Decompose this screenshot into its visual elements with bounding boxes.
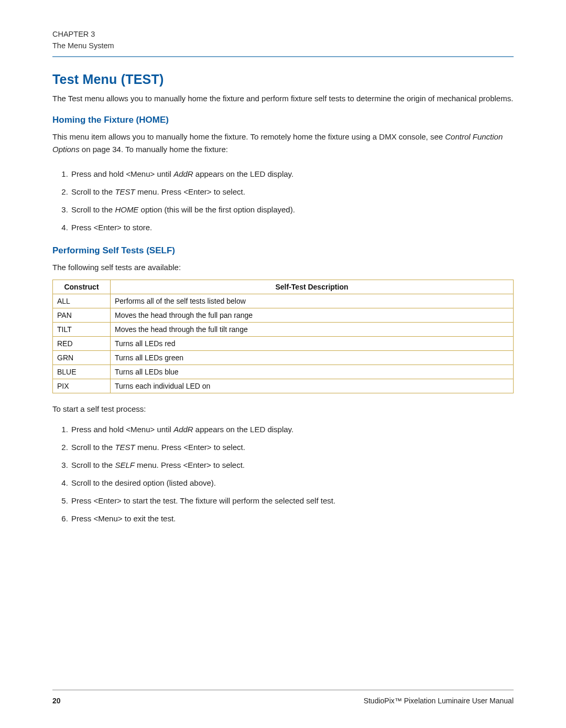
footer-rule: [52, 690, 514, 690]
header-rule: [52, 56, 514, 57]
self-step: Scroll to the TEST menu. Press <Enter> t…: [70, 439, 514, 457]
self-lead2: To start a self test process:: [52, 403, 514, 416]
homing-step: Press and hold <Menu> until AddR appears…: [70, 166, 514, 184]
table-row: GRNTurns all LEDs green: [53, 350, 514, 365]
homing-para-pre: This menu item allows you to manually ho…: [52, 132, 445, 141]
table-row: BLUETurns all LEDs blue: [53, 365, 514, 379]
table-header-row: Construct Self-Test Description: [53, 280, 514, 294]
self-step: Scroll to the SELF menu. Press <Enter> t…: [70, 457, 514, 475]
self-step: Press and hold <Menu> until AddR appears…: [70, 421, 514, 439]
self-lead: The following self tests are available:: [52, 261, 514, 274]
homing-step: Scroll to the TEST menu. Press <Enter> t…: [70, 184, 514, 201]
self-step: Press <Enter> to start the test. The fix…: [70, 493, 514, 510]
homing-paragraph: This menu item allows you to manually ho…: [52, 131, 514, 157]
intro-paragraph: The Test menu allows you to manually hom…: [52, 92, 514, 105]
page-footer: 20 StudioPix™ Pixelation Luminaire User …: [52, 697, 514, 705]
table-row: PANMoves the head through the full pan r…: [53, 308, 514, 322]
table-header-construct: Construct: [53, 280, 111, 294]
self-steps: Press and hold <Menu> until AddR appears…: [70, 421, 514, 528]
table-row: ALLPerforms all of the self tests listed…: [53, 294, 514, 308]
heading-homing: Homing the Fixture (HOME): [52, 115, 514, 125]
self-test-table: Construct Self-Test Description ALLPerfo…: [52, 280, 514, 393]
homing-para-post: on page 34. To manually home the fixture…: [80, 145, 228, 154]
chapter-label: CHAPTER 3: [52, 28, 514, 40]
self-step: Scroll to the desired option (listed abo…: [70, 475, 514, 493]
table-row: TILTMoves the head through the full tilt…: [53, 322, 514, 336]
homing-step: Scroll to the HOME option (this will be …: [70, 201, 514, 219]
table-header-description: Self-Test Description: [111, 280, 514, 294]
page-header: CHAPTER 3 The Menu System: [52, 28, 514, 52]
section-label: The Menu System: [52, 40, 514, 51]
document-name: StudioPix™ Pixelation Luminaire User Man…: [364, 697, 514, 705]
heading-test-menu: Test Menu (TEST): [52, 72, 514, 87]
homing-step: Press <Enter> to store.: [70, 219, 514, 237]
table-row: REDTurns all LEDs red: [53, 336, 514, 350]
table-row: PIXTurns each individual LED on: [53, 379, 514, 393]
page-number: 20: [52, 697, 61, 705]
heading-self-tests: Performing Self Tests (SELF): [52, 245, 514, 256]
self-step: Press <Menu> to exit the test.: [70, 510, 514, 528]
homing-steps: Press and hold <Menu> until AddR appears…: [70, 166, 514, 237]
